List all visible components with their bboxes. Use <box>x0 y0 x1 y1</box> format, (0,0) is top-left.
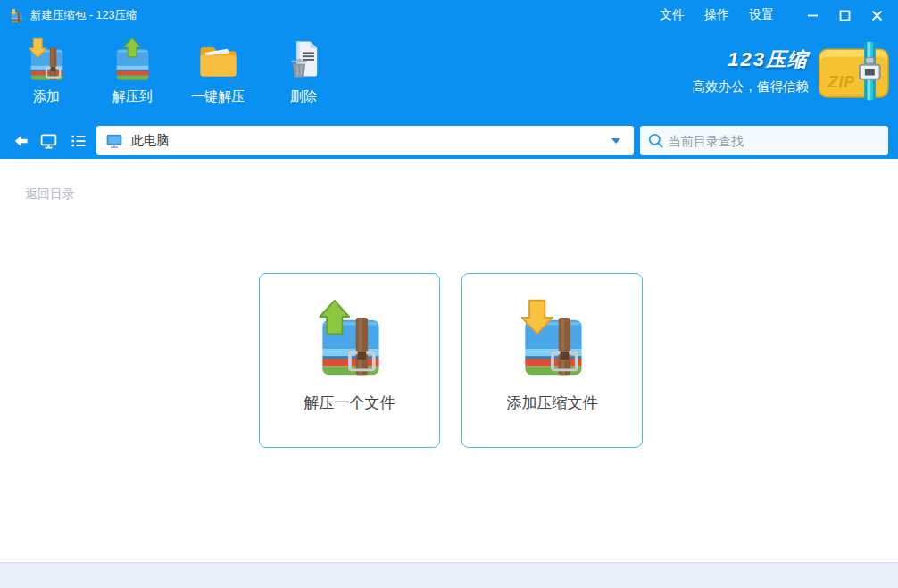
address-location-label: 此电脑 <box>131 133 169 149</box>
search-box <box>640 126 888 155</box>
brand-slogan: 高效办公，值得信赖 <box>693 79 810 95</box>
app-archive-icon <box>9 8 24 23</box>
back-arrow-icon[interactable] <box>12 133 29 150</box>
minimize-icon <box>807 10 819 21</box>
archive-add-icon <box>511 296 594 378</box>
titlebar: 新建压缩包 - 123压缩 文件 操作 设置 <box>0 0 898 30</box>
minimize-button[interactable] <box>796 2 828 29</box>
archive-add-icon <box>23 36 70 82</box>
list-view-icon[interactable] <box>70 132 87 150</box>
search-input[interactable] <box>669 134 881 148</box>
statusbar <box>0 562 898 588</box>
add-archive-file-label: 添加压缩文件 <box>507 393 598 413</box>
addressbar: 此电脑 <box>0 123 898 159</box>
maximize-icon <box>839 10 851 21</box>
extract-one-file-label: 解压一个文件 <box>304 393 395 413</box>
back-to-directory-link[interactable]: 返回目录 <box>25 186 75 203</box>
menu-file[interactable]: 文件 <box>650 7 694 23</box>
archive-extract-icon <box>109 36 155 82</box>
svg-text:ZIP: ZIP <box>827 73 855 91</box>
toolbar-extract-to-button[interactable]: 解压到 <box>89 36 175 105</box>
zip-folder-icon: ZIP <box>817 41 894 101</box>
brand-block: 123压缩 高效办公，值得信赖 ZIP <box>693 41 894 101</box>
brand-name: 123压缩 <box>728 46 809 73</box>
toolbar-extract-to-label: 解压到 <box>112 88 153 105</box>
toolbar: 添加 解压到 <box>0 30 898 123</box>
toolbar-one-click-extract-button[interactable]: 一键解压 <box>175 36 261 105</box>
folder-icon <box>195 36 241 82</box>
computer-view-icon[interactable] <box>39 132 58 151</box>
toolbar-add-button[interactable]: 添加 <box>4 36 89 105</box>
extract-one-file-card[interactable]: 解压一个文件 <box>259 273 440 448</box>
window-title: 新建压缩包 - 123压缩 <box>30 8 137 23</box>
chevron-down-icon[interactable] <box>611 138 620 144</box>
main-content: 返回目录 解压一个文件 <box>0 159 898 562</box>
toolbar-one-click-extract-label: 一键解压 <box>191 88 245 105</box>
menu-settings[interactable]: 设置 <box>739 7 784 23</box>
toolbar-add-label: 添加 <box>33 88 60 105</box>
delete-icon <box>280 36 327 82</box>
app-window: 新建压缩包 - 123压缩 文件 操作 设置 <box>0 0 898 588</box>
archive-extract-icon <box>309 296 391 378</box>
menu-actions[interactable]: 操作 <box>694 7 739 23</box>
this-pc-icon <box>104 132 124 150</box>
maximize-button[interactable] <box>828 2 861 29</box>
toolbar-delete-button[interactable]: 删除 <box>261 36 346 105</box>
address-dropdown[interactable]: 此电脑 <box>96 126 634 155</box>
add-archive-file-card[interactable]: 添加压缩文件 <box>461 273 643 448</box>
close-button[interactable] <box>861 2 893 29</box>
close-icon <box>871 10 883 21</box>
toolbar-delete-label: 删除 <box>290 88 317 105</box>
search-icon <box>647 132 664 149</box>
